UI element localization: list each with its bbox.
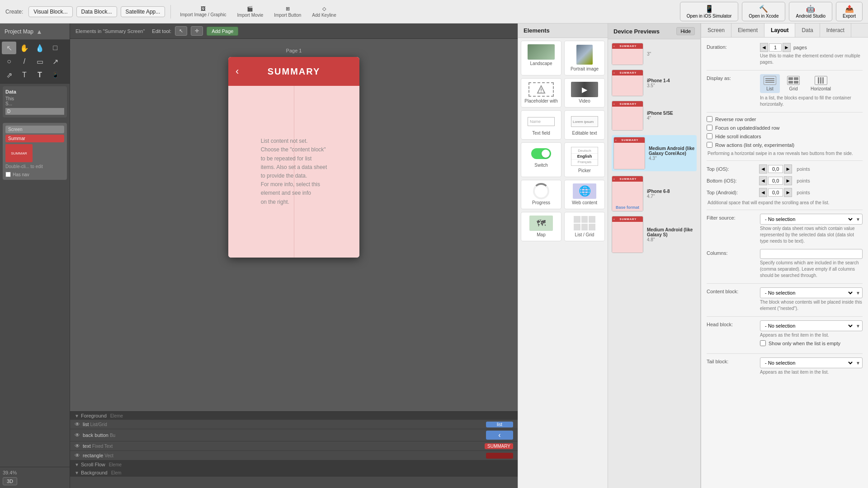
open-xcode-button[interactable]: 🔨 Open in Xcode <box>742 2 785 21</box>
top-android-decrement-button[interactable]: ◄ <box>759 188 767 197</box>
select-tool-button[interactable]: ↖ <box>2 42 16 54</box>
text-bold-tool-button[interactable]: T <box>33 69 47 81</box>
map-item[interactable]: 🗺 Map <box>521 212 561 241</box>
focus-updated-row-checkbox[interactable] <box>707 125 712 131</box>
duration-value: 1 <box>769 43 782 52</box>
import-button-button[interactable]: ⊞ Import Button <box>270 5 305 19</box>
view-3d-button[interactable]: 3D <box>3 477 17 485</box>
bottom-ios-decrement-button[interactable]: ◄ <box>759 176 767 185</box>
filter-source-select-container[interactable]: - No selection ▼ <box>760 214 863 225</box>
add-keyline-button[interactable]: ◇ Add Keyline <box>308 5 340 19</box>
screen-item-1[interactable]: Summar <box>5 135 64 142</box>
eyedropper-tool-button[interactable]: 💧 <box>33 42 47 54</box>
duration-decrement-button[interactable]: ◄ <box>760 43 768 52</box>
display-grid-option[interactable]: Grid <box>783 74 803 93</box>
top-ios-decrement-button[interactable]: ◄ <box>759 164 767 174</box>
phone-tool-button[interactable]: 📱 <box>48 69 62 81</box>
placeholder-item[interactable]: Placeholder with <box>521 78 561 108</box>
landscape-preview <box>528 45 555 59</box>
back-button-element-row[interactable]: 👁 back button Bu ‹ <box>70 429 518 441</box>
progress-item[interactable]: Progress <box>521 180 561 209</box>
arrow-select-tool-button[interactable]: ↗ <box>48 55 62 68</box>
duration-stepper: ◄ 1 ► pages <box>760 43 863 52</box>
import-image-button[interactable]: 🖼 Import Image / Graphic <box>176 5 230 18</box>
display-list-option[interactable]: List <box>760 74 780 93</box>
web-content-item[interactable]: 🌐 Web content <box>564 180 605 209</box>
data-block-button[interactable]: Data Block... <box>76 6 117 17</box>
text-eye-icon[interactable]: 👁 <box>75 443 80 449</box>
import-movie-button[interactable]: 🎬 Import Movie <box>234 5 267 19</box>
android-studio-button[interactable]: 🤖 Android Studio <box>789 2 832 21</box>
duration-increment-button[interactable]: ► <box>783 43 791 52</box>
hand-tool-button[interactable]: ✋ <box>17 42 32 54</box>
top-ios-margin-row: Top (iOS): ◄ 0,0 ► points <box>707 164 863 174</box>
device-previews-scroll: ‹ SUMMARY 3" ‹ SUMMARY <box>608 39 700 488</box>
progress-preview <box>528 184 555 198</box>
top-android-increment-button[interactable]: ► <box>784 188 792 197</box>
columns-input[interactable] <box>760 249 863 259</box>
picker-item[interactable]: Deutsch English Français Picker <box>564 142 605 177</box>
switch-item[interactable]: Switch <box>521 142 561 177</box>
top-android-margin-row: Top (Android): ◄ 0,0 ► points <box>707 188 863 197</box>
add-page-button[interactable]: Add Page <box>207 27 238 36</box>
head-block-select-container[interactable]: - No selection ▼ <box>760 320 863 331</box>
reverse-row-order-row: Reverse row order <box>707 116 863 122</box>
project-map-expand-icon[interactable]: ▲ <box>36 28 42 35</box>
portrait-image-item[interactable]: Portrait image <box>564 41 605 75</box>
list-element-row[interactable]: 👁 list List/Grid list <box>70 420 518 429</box>
reverse-row-order-checkbox[interactable] <box>707 116 712 122</box>
duration-hint: Use this to make the element extend over… <box>760 53 863 66</box>
hide-previews-button[interactable]: Hide <box>676 27 695 35</box>
oval-tool-button[interactable]: ○ <box>2 55 16 68</box>
phone-back-button[interactable]: ‹ <box>236 66 239 77</box>
tail-block-select[interactable]: - No selection <box>760 358 854 368</box>
list-grid-item[interactable]: List / Grid <box>564 212 605 241</box>
rectangle-eye-icon[interactable]: 👁 <box>75 452 80 459</box>
list-eye-icon[interactable]: 👁 <box>75 421 80 427</box>
import-button-icon: ⊞ <box>286 6 290 12</box>
tab-layout[interactable]: Layout <box>764 23 795 37</box>
textfield-preview: Name <box>528 114 555 129</box>
sub-select-tool-button[interactable]: ⇗ <box>2 69 16 81</box>
video-item[interactable]: ▶ Video <box>564 78 605 108</box>
tab-element[interactable]: Element <box>731 23 764 37</box>
text-tool-button[interactable]: T <box>17 69 32 81</box>
rounded-rect-tool-button[interactable]: ▭ <box>33 55 47 68</box>
list-icon <box>764 76 776 85</box>
text-field-item[interactable]: Name Text field <box>521 110 561 140</box>
display-horizontal-option[interactable]: Horizontal <box>807 74 835 93</box>
row-actions-checkbox[interactable] <box>707 142 712 148</box>
head-block-select[interactable]: - No selection <box>760 321 854 331</box>
duration-label: Duration: <box>707 43 756 50</box>
bottom-ios-increment-button[interactable]: ► <box>784 176 792 185</box>
content-block-select[interactable]: - No selection <box>760 288 854 298</box>
pointer-tool-button[interactable]: ↖ <box>175 26 187 36</box>
tab-screen[interactable]: Screen <box>701 23 731 37</box>
editable-text-item[interactable]: Lorem ipsum Editable text <box>564 110 605 140</box>
line-tool-button[interactable]: / <box>17 55 32 68</box>
back-button-eye-icon[interactable]: 👁 <box>75 432 80 438</box>
filter-source-select[interactable]: - No selection <box>760 214 854 224</box>
tail-block-select-container[interactable]: - No selection ▼ <box>760 357 863 368</box>
screen-item-0[interactable]: Screen <box>5 126 64 133</box>
hide-scroll-checkbox[interactable] <box>707 133 712 139</box>
phone-mockup[interactable]: ‹ SUMMARY List content not set. Choose t… <box>228 57 359 258</box>
visual-block-button[interactable]: Visual Block... <box>28 6 72 17</box>
rectangle-element-row[interactable]: 👁 rectangle Vect <box>70 451 518 460</box>
content-block-select-container[interactable]: - No selection ▼ <box>760 287 863 298</box>
satellite-app-button[interactable]: Satellite App... <box>121 6 165 17</box>
edit-tool-label: Edit tool: <box>152 28 171 34</box>
text-element-row[interactable]: 👁 text Fixed Text SUMMARY <box>70 441 518 451</box>
rectangle-tool-button[interactable]: □ <box>48 42 62 54</box>
bottom-ios-stepper: ◄ 0,0 ► <box>759 176 792 185</box>
tab-data[interactable]: Data <box>795 23 820 37</box>
landscape-item[interactable]: Landscape <box>521 41 561 75</box>
foreground-section-header: ▼ Foreground Eleme <box>70 412 518 420</box>
export-button[interactable]: 📤 Export <box>836 2 863 21</box>
has-nav-checkbox[interactable] <box>5 172 11 177</box>
crosshair-tool-button[interactable]: ✛ <box>191 26 203 36</box>
top-ios-increment-button[interactable]: ► <box>784 164 792 174</box>
open-ios-simulator-button[interactable]: 📱 Open in iOS Simulator <box>680 2 739 21</box>
show-when-empty-checkbox[interactable] <box>760 340 766 346</box>
tab-interact[interactable]: Interact <box>820 23 851 37</box>
